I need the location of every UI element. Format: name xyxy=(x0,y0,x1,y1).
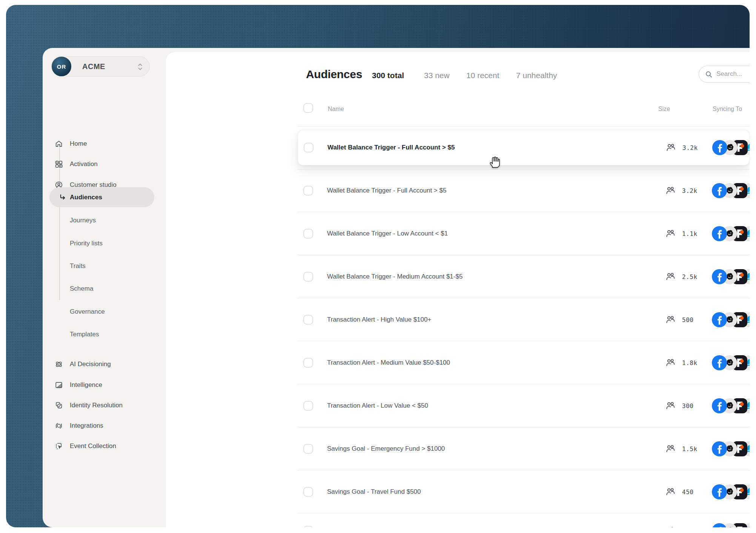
facebook-icon xyxy=(712,269,727,284)
sidebar-item-governance[interactable]: Governance xyxy=(51,302,156,322)
stat-unhealthy[interactable]: 7 unhealthy xyxy=(516,71,557,80)
integrations-icon xyxy=(55,422,63,430)
facebook-icon xyxy=(712,183,727,198)
sidebar-item-identity-resolution[interactable]: Identity Resolution xyxy=(51,395,156,416)
facebook-icon xyxy=(712,441,727,456)
select-checkbox[interactable] xyxy=(303,358,313,368)
sidebar-item-event-collection[interactable]: Event Collection xyxy=(51,436,156,456)
table-row[interactable]: Transaction Alert - High Value $100+ 500 xyxy=(298,298,750,341)
sidebar-item-intelligence[interactable]: Intelligence xyxy=(51,375,156,395)
people-icon xyxy=(665,315,676,326)
facebook-icon xyxy=(712,523,727,527)
svg-text:salesforce: salesforce xyxy=(747,320,750,322)
audience-name: Transaction Alert - Medium Value $50-$10… xyxy=(327,359,450,367)
sidebar-item-label: Event Collection xyxy=(70,442,116,450)
sidebar-item-ai-decisioning[interactable]: AI Decisioning xyxy=(51,354,156,374)
sidebar-item-journeys[interactable]: Journeys xyxy=(51,210,156,231)
table-row[interactable]: Savings Goal - Emergency Fund > $1000 1.… xyxy=(298,427,750,470)
select-checkbox[interactable] xyxy=(303,401,313,411)
syncing-destinations: salesforce xyxy=(712,312,750,327)
select-checkbox[interactable] xyxy=(303,272,313,282)
app-window: OR ACME Home Activation xyxy=(43,48,750,527)
identity-resolution-icon xyxy=(55,401,63,410)
syncing-destinations: salesforce xyxy=(712,183,750,198)
ai-decisioning-icon xyxy=(55,360,63,368)
column-header-name[interactable]: Name xyxy=(328,106,344,112)
sidebar-item-label: Identity Resolution xyxy=(70,402,123,409)
sidebar-item-priority-lists[interactable]: Priority lists xyxy=(51,233,156,254)
audience-name: Wallet Balance Trigger - Full Account > … xyxy=(327,187,446,194)
sidebar-item-label: Audiences xyxy=(70,194,102,201)
select-checkbox[interactable] xyxy=(303,229,313,239)
syncing-destinations: salesforce xyxy=(712,269,750,284)
facebook-icon xyxy=(712,140,727,155)
audience-name: Wallet Balance Trigger - Full Account > … xyxy=(327,144,455,151)
audience-name: Savings Goal - Tuition Fund $1000 xyxy=(327,527,426,527)
activation-icon xyxy=(55,160,63,168)
people-icon xyxy=(665,487,676,498)
sidebar-item-label: Home xyxy=(70,140,87,148)
svg-text:salesforce: salesforce xyxy=(747,191,750,193)
sidebar-item-audiences[interactable]: Audiences xyxy=(51,187,156,208)
select-checkbox[interactable] xyxy=(303,487,313,497)
search-input[interactable] xyxy=(716,66,750,82)
org-name: ACME xyxy=(82,57,105,76)
sidebar-item-integrations[interactable]: Integrations xyxy=(51,416,156,436)
select-checkbox[interactable] xyxy=(304,143,313,153)
select-checkbox[interactable] xyxy=(303,315,313,325)
sidebar-item-label: Journeys xyxy=(70,217,96,224)
sidebar-item-label: Traits xyxy=(70,262,86,270)
people-icon xyxy=(665,526,676,527)
syncing-destinations: salesforce xyxy=(712,484,750,499)
sidebar-item-schema[interactable]: Schema xyxy=(51,279,156,299)
return-arrow-icon xyxy=(58,193,67,202)
stat-total[interactable]: 300 total xyxy=(372,71,404,80)
sidebar-item-activation[interactable]: Activation xyxy=(51,154,156,174)
stat-new[interactable]: 33 new xyxy=(424,71,450,80)
sidebar-item-home[interactable]: Home xyxy=(51,134,156,154)
audience-size: 2.5k xyxy=(682,273,698,280)
stat-recent[interactable]: 10 recent xyxy=(466,71,499,80)
audience-name: Savings Goal - Emergency Fund > $1000 xyxy=(327,445,445,453)
people-icon xyxy=(666,143,676,154)
sidebar-item-label: Templates xyxy=(70,331,99,338)
select-checkbox[interactable] xyxy=(303,444,313,454)
select-checkbox[interactable] xyxy=(303,186,313,196)
table-row[interactable]: Wallet Balance Trigger - Full Account > … xyxy=(298,130,750,165)
audience-size: 450 xyxy=(682,488,693,495)
intelligence-icon xyxy=(55,381,63,389)
syncing-destinations: salesforce xyxy=(712,441,750,456)
table-row[interactable]: Wallet Balance Trigger - Low Account < $… xyxy=(298,212,750,255)
facebook-icon xyxy=(712,484,727,499)
audience-name: Wallet Balance Trigger - Medium Account … xyxy=(327,273,463,280)
sidebar-item-templates[interactable]: Templates xyxy=(51,324,156,345)
syncing-destinations: salesforce xyxy=(712,140,750,155)
table-row[interactable]: Transaction Alert - Low Value < $50 300 xyxy=(298,384,750,427)
svg-text:salesforce: salesforce xyxy=(747,449,750,451)
event-collection-icon xyxy=(55,442,63,450)
audience-name: Transaction Alert - High Value $100+ xyxy=(327,316,431,323)
svg-text:salesforce: salesforce xyxy=(747,363,750,365)
audience-size: 300 xyxy=(682,402,693,409)
audience-name: Savings Goal - Travel Fund $500 xyxy=(327,488,421,496)
search-icon xyxy=(705,71,713,78)
audience-size: 500 xyxy=(682,316,693,323)
sidebar-item-label: Governance xyxy=(70,308,105,316)
syncing-destinations: salesforce xyxy=(712,355,750,370)
table-row[interactable]: Transaction Alert - Medium Value $50-$10… xyxy=(298,341,750,384)
facebook-icon xyxy=(712,398,727,413)
sidebar-item-traits[interactable]: Traits xyxy=(51,256,156,276)
search-box[interactable] xyxy=(699,66,750,83)
table-row[interactable]: Savings Goal - Travel Fund $500 450 xyxy=(298,470,750,513)
sidebar-item-label: Intelligence xyxy=(70,381,102,389)
select-all-checkbox[interactable] xyxy=(303,103,313,113)
audience-size: 1.8k xyxy=(682,359,698,366)
table-row[interactable]: Savings Goal - Tuition Fund $1000 2.3k xyxy=(298,509,750,527)
audience-size: 2.3k xyxy=(682,527,698,528)
org-switcher[interactable]: OR ACME xyxy=(51,56,150,77)
column-header-syncing-to[interactable]: Syncing To xyxy=(713,106,742,112)
table-row[interactable]: Wallet Balance Trigger - Medium Account … xyxy=(298,255,750,298)
column-header-size[interactable]: Size xyxy=(658,106,670,112)
table-row[interactable]: Wallet Balance Trigger - Full Account > … xyxy=(298,169,750,212)
select-checkbox[interactable] xyxy=(303,526,313,527)
